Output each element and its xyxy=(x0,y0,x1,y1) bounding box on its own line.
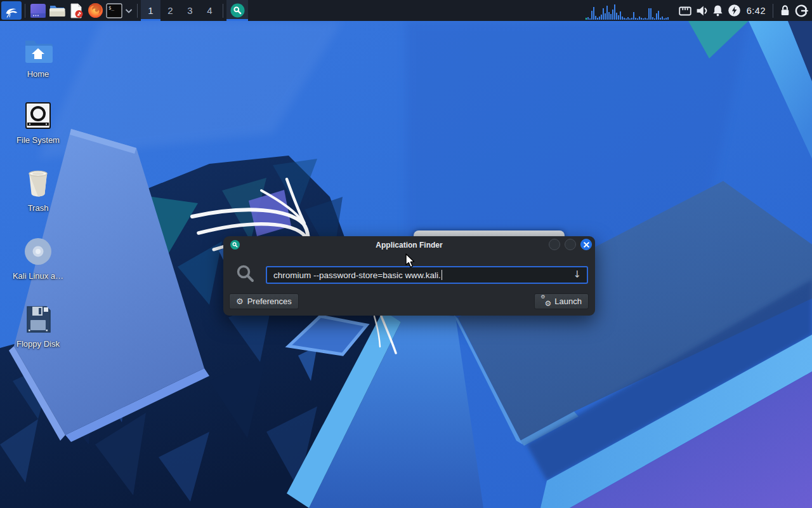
window-title: Application Finder xyxy=(223,236,595,253)
home-folder-icon xyxy=(8,33,69,64)
launcher-terminal[interactable]: $_ xyxy=(105,1,124,20)
cpu-graph[interactable] xyxy=(586,2,669,20)
desktop-icon-home[interactable]: Home xyxy=(8,33,69,79)
power-bolt-icon xyxy=(727,3,742,18)
application-finder-window: Application Finder chromium --password-s… xyxy=(223,236,595,316)
desktop-screen: Home File System Trash xyxy=(0,0,812,508)
hard-drive-icon xyxy=(8,99,69,130)
network-icon xyxy=(678,3,693,18)
workspace-button-2[interactable]: 2 xyxy=(160,0,180,21)
terminal-dropdown-button[interactable] xyxy=(124,1,134,20)
top-panel: $_ 1 2 3 4 xyxy=(0,0,812,21)
workspace-label: 3 xyxy=(187,5,192,16)
notifications-tray-icon[interactable] xyxy=(710,1,726,20)
firefox-icon xyxy=(88,3,103,18)
search-input-value: chromium --password-store=basic www.kali… xyxy=(273,271,441,280)
desktop-icon-trash[interactable]: Trash xyxy=(8,167,69,213)
clock[interactable]: 6:42 xyxy=(743,6,769,16)
launch-button[interactable]: ⚙⚙ Launch xyxy=(534,293,589,309)
network-tray-icon[interactable] xyxy=(677,1,693,20)
chevron-down-icon xyxy=(125,8,133,14)
preferences-button-label: Preferences xyxy=(247,297,292,306)
mouse-cursor xyxy=(405,253,416,269)
desktop-icon-file-system[interactable]: File System xyxy=(8,99,69,145)
gear-icon: ⚙ xyxy=(236,297,244,305)
power-manager-tray-icon[interactable] xyxy=(726,1,743,20)
text-caret xyxy=(442,270,442,280)
workspace-button-4[interactable]: 4 xyxy=(200,0,219,21)
svg-text:$_: $_ xyxy=(108,5,115,11)
bell-icon xyxy=(710,3,725,18)
file-manager-icon xyxy=(49,4,65,18)
search-input[interactable]: chromium --password-store=basic www.kali… xyxy=(266,266,588,284)
panel-separator xyxy=(773,4,773,18)
kali-menu-button[interactable] xyxy=(1,1,22,20)
purple-window-icon xyxy=(30,3,46,18)
logout-icon xyxy=(794,3,809,18)
optical-disc-icon xyxy=(8,235,69,265)
launch-button-label: Launch xyxy=(554,297,582,306)
workspace-label: 1 xyxy=(148,5,153,16)
panel-separator xyxy=(137,4,138,18)
terminal-icon: $_ xyxy=(106,3,122,18)
desktop-icon-label: Kali Linux a… xyxy=(8,271,69,281)
volume-tray-icon[interactable] xyxy=(693,1,710,20)
workspace-button-1[interactable]: 1 xyxy=(141,0,160,21)
trash-bin-icon xyxy=(8,167,69,197)
dropdown-arrow-icon[interactable]: ↓ xyxy=(573,269,581,280)
desktop-icon-label: File System xyxy=(8,135,69,145)
desktop-icon-label: Trash xyxy=(8,203,69,213)
lock-screen-button[interactable] xyxy=(776,1,793,20)
desktop-icon-label: Floppy Disk xyxy=(8,339,69,349)
minimize-button[interactable] xyxy=(549,239,560,250)
desktop-icon-kali-linux[interactable]: Kali Linux a… xyxy=(8,235,69,281)
desktop-icon-label: Home xyxy=(8,69,69,79)
titlebar[interactable]: Application Finder xyxy=(223,236,595,253)
kali-logo-icon xyxy=(4,4,19,18)
panel-separator xyxy=(25,4,25,18)
preferences-button[interactable]: ⚙ Preferences xyxy=(229,293,299,309)
desktop-icon-floppy-disk[interactable]: Floppy Disk xyxy=(8,303,69,349)
logout-button[interactable] xyxy=(793,1,809,20)
close-button[interactable] xyxy=(580,239,592,250)
workspace-label: 4 xyxy=(207,5,212,16)
appfinder-magnifier-icon xyxy=(230,3,245,18)
text-editor-icon xyxy=(69,3,84,18)
panel-separator xyxy=(223,4,223,18)
workspace-button-3[interactable]: 3 xyxy=(180,0,200,21)
floppy-disk-icon xyxy=(8,303,69,333)
launcher-files-purple[interactable] xyxy=(29,1,48,20)
run-gears-icon: ⚙⚙ xyxy=(541,297,551,306)
task-button-application-finder[interactable] xyxy=(226,0,248,21)
volume-icon xyxy=(694,3,709,18)
close-icon xyxy=(584,242,589,248)
workspace-label: 2 xyxy=(167,5,173,16)
launcher-firefox[interactable] xyxy=(86,1,105,20)
launcher-text-editor[interactable] xyxy=(67,1,86,20)
search-icon xyxy=(236,264,255,286)
lock-icon xyxy=(778,3,792,18)
maximize-button[interactable] xyxy=(565,239,576,250)
launcher-file-manager[interactable] xyxy=(48,1,67,20)
